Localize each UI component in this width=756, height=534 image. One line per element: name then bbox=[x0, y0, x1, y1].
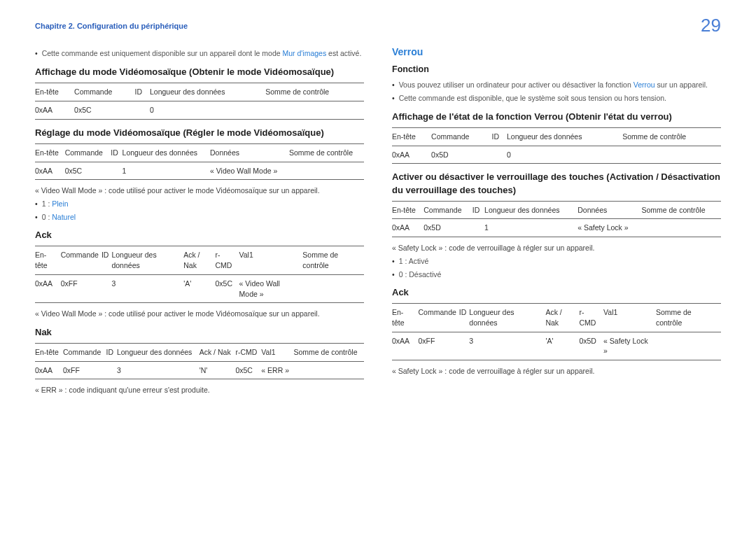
th: Commande bbox=[61, 246, 102, 274]
th: Val1 bbox=[603, 304, 656, 332]
td: 'A' bbox=[183, 274, 215, 302]
list-item: •1 : Activé bbox=[392, 256, 721, 267]
td: « Video Wall Mode » bbox=[210, 162, 289, 180]
td: 0xAA bbox=[392, 332, 419, 360]
text-fragment: est activé. bbox=[326, 49, 361, 57]
td: 3 bbox=[117, 361, 200, 379]
th: ID bbox=[102, 246, 112, 274]
link-text: Naturel bbox=[52, 213, 76, 221]
td: « ERR » bbox=[261, 361, 293, 379]
td bbox=[106, 361, 117, 379]
td: « Safety Lock » bbox=[578, 219, 641, 237]
th: ID bbox=[472, 201, 484, 219]
note-text: « Safety Lock » : code de verrouillage à… bbox=[392, 243, 721, 253]
note-text: « Video Wall Mode » : code utilisé pour … bbox=[35, 185, 364, 196]
td: 0xFF bbox=[63, 361, 106, 379]
th: ID bbox=[111, 143, 122, 162]
td bbox=[265, 101, 364, 119]
th: Somme de contrôle bbox=[302, 246, 364, 274]
th: En-tête bbox=[35, 344, 63, 362]
td: 0x5D bbox=[424, 219, 472, 237]
note-text: Cette commande est uniquement disponible… bbox=[42, 48, 364, 59]
td: 'N' bbox=[200, 361, 236, 379]
th: Commande bbox=[74, 83, 134, 101]
right-column: Verrou Fonction • Vous pouvez utiliser u… bbox=[392, 45, 721, 398]
page-number: 29 bbox=[701, 13, 721, 38]
th: ID bbox=[491, 128, 506, 146]
th: En-tête bbox=[35, 143, 65, 162]
text: 1 : Activé bbox=[399, 256, 721, 267]
th: Longueur des données bbox=[507, 128, 622, 146]
th: Ack / Nak bbox=[183, 246, 215, 274]
td bbox=[472, 219, 484, 237]
list-item: •1 : Plein bbox=[35, 199, 364, 209]
th: Longueur des données bbox=[111, 246, 183, 274]
td: 0x5C bbox=[65, 162, 111, 180]
td: « Video Wall Mode » bbox=[239, 274, 303, 302]
subheading: Affichage de l'état de la fonction Verro… bbox=[392, 111, 721, 123]
text: 1 : Plein bbox=[42, 199, 364, 209]
td bbox=[302, 274, 364, 302]
td: 0xAA bbox=[392, 146, 431, 164]
table-ack: En-tête Commande ID Longueur des données… bbox=[35, 246, 364, 303]
td bbox=[622, 146, 721, 164]
th: En-tête bbox=[35, 83, 74, 101]
bullet-icon: • bbox=[35, 199, 38, 209]
table-get-videowall: En-tête Commande ID Longueur des données… bbox=[35, 83, 364, 119]
td: 0xAA bbox=[35, 162, 65, 180]
td: 3 bbox=[111, 274, 183, 302]
table-set-lock: En-tête Commande ID Longueur des données… bbox=[392, 201, 721, 237]
th: Somme de contrôle bbox=[289, 143, 364, 162]
subheading: Réglage du mode Vidéomosaïque (Régler le… bbox=[35, 127, 364, 139]
td bbox=[293, 361, 364, 379]
td: 0x5C bbox=[74, 101, 134, 119]
note-bullet: • Cette commande est uniquement disponib… bbox=[35, 48, 364, 59]
bullet-icon: • bbox=[392, 269, 395, 280]
th: Val1 bbox=[261, 344, 293, 362]
th: Commande bbox=[424, 201, 472, 219]
th: ID bbox=[106, 344, 117, 362]
text-fragment: Cette commande est uniquement disponible… bbox=[42, 49, 283, 57]
text-fragment: sur un appareil. bbox=[655, 80, 708, 89]
td: 0xAA bbox=[35, 361, 63, 379]
page-header: Chapitre 2. Configuration du périphériqu… bbox=[35, 21, 721, 31]
note-text: « Video Wall Mode » : code utilisé pour … bbox=[35, 309, 364, 319]
th: En-tête bbox=[392, 128, 431, 146]
link-text: Verrou bbox=[634, 80, 655, 89]
table-ack-lock: En-tête Commande ID Longueur des données… bbox=[392, 303, 721, 360]
note-text: Vous pouvez utiliser un ordinateur pour … bbox=[399, 80, 721, 90]
table-set-videowall: En-tête Commande ID Longueur des données… bbox=[35, 143, 364, 180]
text: 0 : Naturel bbox=[42, 212, 364, 223]
td: 'A' bbox=[545, 332, 579, 360]
td bbox=[459, 332, 470, 360]
th: Longueur des données bbox=[122, 143, 210, 162]
td: 0x5D bbox=[431, 146, 491, 164]
td bbox=[134, 101, 149, 119]
th: r-CMD bbox=[216, 246, 239, 274]
th: Longueur des données bbox=[484, 201, 578, 219]
th: En-tête bbox=[392, 304, 419, 332]
bullet-icon: • bbox=[35, 48, 38, 59]
th: Commande bbox=[419, 304, 459, 332]
th: En-tête bbox=[35, 246, 61, 274]
bullet-icon: • bbox=[392, 80, 395, 90]
link-text: Plein bbox=[52, 199, 68, 208]
chapter-title: Chapitre 2. Configuration du périphériqu… bbox=[35, 21, 188, 31]
td bbox=[641, 219, 721, 237]
note-bullet: • Cette commande est disponible, que le … bbox=[392, 93, 721, 104]
td: 0x5C bbox=[235, 361, 261, 379]
th: Commande bbox=[431, 128, 491, 146]
subheading-nak: Nak bbox=[35, 326, 364, 339]
bullet-icon: • bbox=[392, 93, 395, 104]
td: 0xAA bbox=[392, 219, 424, 237]
text-fragment: Vous pouvez utiliser un ordinateur pour … bbox=[399, 80, 634, 89]
td: 0x5D bbox=[579, 332, 603, 360]
td: 1 bbox=[122, 162, 210, 180]
th: Somme de contrôle bbox=[265, 83, 364, 101]
td: 0xFF bbox=[419, 332, 459, 360]
th: ID bbox=[134, 83, 149, 101]
th: Somme de contrôle bbox=[622, 128, 721, 146]
left-column: • Cette commande est uniquement disponib… bbox=[35, 45, 364, 398]
function-heading: Fonction bbox=[392, 64, 721, 76]
th: Commande bbox=[65, 143, 111, 162]
